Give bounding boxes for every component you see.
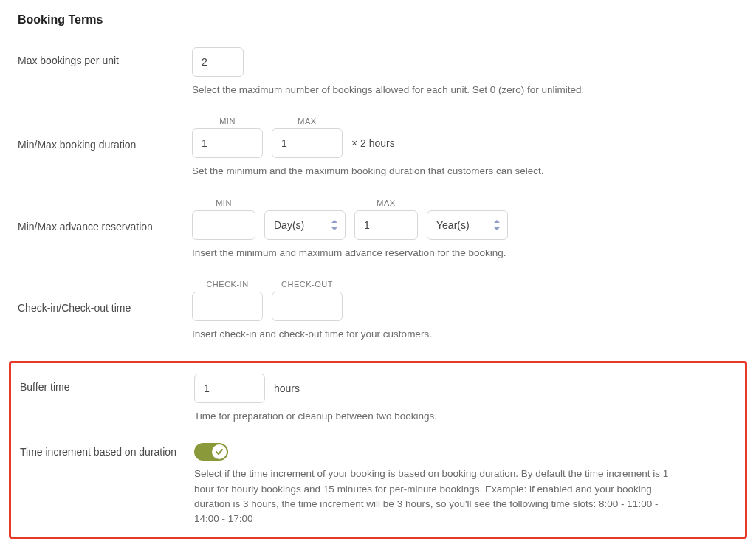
highlight-box: Buffer time hours Time for preparation o… bbox=[9, 361, 747, 539]
checkin-header: CHECK-IN bbox=[192, 280, 263, 289]
duration-min-header: MIN bbox=[192, 117, 263, 126]
buffer-time-unit: hours bbox=[274, 382, 300, 394]
booking-duration-label: Min/Max booking duration bbox=[18, 117, 192, 151]
checkout-input[interactable] bbox=[272, 292, 343, 321]
time-increment-toggle[interactable] bbox=[194, 443, 228, 461]
advance-max-unit-value: Year(s) bbox=[436, 219, 470, 231]
buffer-time-input[interactable] bbox=[194, 374, 265, 403]
advance-reservation-help: Insert the minimum and maximum advance r… bbox=[192, 246, 664, 261]
row-advance-reservation: Min/Max advance reservation MIN MAX Day(… bbox=[18, 199, 738, 261]
advance-min-input[interactable] bbox=[192, 210, 255, 240]
duration-min-input[interactable] bbox=[192, 128, 263, 158]
advance-reservation-label: Min/Max advance reservation bbox=[18, 199, 192, 233]
buffer-time-label: Buffer time bbox=[20, 374, 194, 393]
advance-max-unit-select[interactable]: Year(s) bbox=[427, 210, 508, 240]
check-time-help: Insert check-in and check-out time for y… bbox=[192, 327, 664, 342]
advance-min-header: MIN bbox=[192, 199, 255, 207]
duration-max-header: MAX bbox=[272, 117, 343, 126]
time-increment-help: Select if the time increment of your boo… bbox=[194, 467, 681, 526]
buffer-time-help: Time for preparation or cleanup between … bbox=[194, 409, 667, 424]
booking-duration-help: Set the minimum and the maximum booking … bbox=[192, 164, 664, 179]
advance-min-unit-value: Day(s) bbox=[274, 219, 304, 231]
row-check-time: Check-in/Check-out time CHECK-IN CHECK-O… bbox=[18, 280, 738, 342]
checkout-header: CHECK-OUT bbox=[272, 280, 343, 289]
duration-max-input[interactable] bbox=[272, 128, 343, 158]
row-booking-duration: Min/Max booking duration MIN MAX × 2 hou… bbox=[18, 117, 738, 179]
advance-max-header: MAX bbox=[354, 199, 418, 207]
section-title: Booking Terms bbox=[18, 13, 738, 27]
time-increment-label: Time increment based on duration bbox=[20, 443, 194, 458]
checkin-input[interactable] bbox=[192, 292, 263, 321]
row-time-increment: Time increment based on duration Select … bbox=[20, 443, 736, 526]
row-buffer-time: Buffer time hours Time for preparation o… bbox=[20, 374, 736, 424]
max-bookings-help: Select the maximum number of bookings al… bbox=[192, 83, 664, 97]
advance-max-input[interactable] bbox=[354, 210, 418, 240]
check-icon bbox=[215, 447, 224, 456]
advance-min-unit-select[interactable]: Day(s) bbox=[264, 210, 346, 240]
max-bookings-label: Max bookings per unit bbox=[18, 47, 192, 66]
max-bookings-input[interactable] bbox=[192, 47, 244, 77]
row-max-bookings: Max bookings per unit Select the maximum… bbox=[18, 47, 738, 97]
check-time-label: Check-in/Check-out time bbox=[18, 280, 192, 314]
duration-suffix: × 2 hours bbox=[351, 137, 395, 149]
